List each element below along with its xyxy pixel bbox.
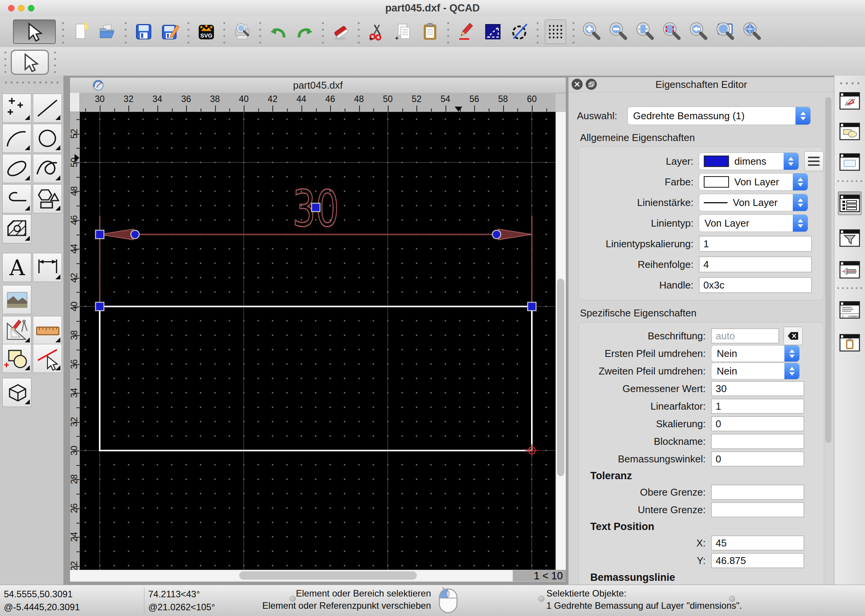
selection-tool-button[interactable] <box>13 19 56 44</box>
layer-menu-button[interactable] <box>804 151 824 171</box>
drafting-tools-button[interactable] <box>2 316 31 345</box>
reference-point-handle[interactable] <box>528 302 536 311</box>
stepper-icon[interactable] <box>784 153 799 170</box>
reihenfolge-field[interactable] <box>699 256 812 272</box>
zoom-window-button[interactable] <box>714 19 736 44</box>
property-editor-panel-button[interactable] <box>838 191 862 215</box>
blockname-field[interactable] <box>711 434 804 449</box>
bemassungswinkel-field[interactable] <box>711 451 804 467</box>
linearfaktor-field[interactable] <box>711 399 804 414</box>
undo-button[interactable] <box>267 19 289 44</box>
reference-point-handle[interactable] <box>96 230 104 239</box>
auto-zoom-button[interactable] <box>634 19 656 44</box>
circle-tools-button[interactable] <box>33 124 62 153</box>
solid-tools-button[interactable] <box>2 378 31 407</box>
selection-tool-button[interactable] <box>11 50 49 75</box>
layer-combobox[interactable]: dimens <box>699 152 799 170</box>
layer-list-panel-button[interactable] <box>838 89 862 113</box>
skalierung-field[interactable] <box>711 416 804 431</box>
arrow-grip-handle[interactable] <box>131 230 139 239</box>
toolbar-handle[interactable] <box>3 49 8 73</box>
copy-button[interactable]: + <box>393 19 414 44</box>
oberegrenze-field[interactable] <box>711 485 804 500</box>
draw-pencil-button[interactable] <box>455 19 477 44</box>
zoom-selection-button[interactable] <box>661 19 682 44</box>
beschriftung-field[interactable] <box>711 328 779 344</box>
panel-detach-icon[interactable] <box>586 79 597 90</box>
linientypskalierung-field[interactable] <box>699 236 812 252</box>
modify-square-button[interactable] <box>482 19 504 44</box>
polyline-tools-button[interactable] <box>2 184 31 213</box>
save-button[interactable] <box>133 19 154 44</box>
panel-scrollbar[interactable] <box>825 96 832 582</box>
new-file-button[interactable] <box>70 19 92 44</box>
stepper-icon[interactable] <box>793 194 808 211</box>
image-tool-button[interactable] <box>2 285 31 314</box>
modify-shape-tools-button[interactable] <box>2 344 31 373</box>
rotated-dimension-entity[interactable]: 30 <box>100 180 532 303</box>
gemessenerwert-field[interactable] <box>711 381 804 396</box>
horizontal-scrollbar-thumb[interactable] <box>239 571 417 580</box>
clipboard-panel-button[interactable] <box>838 331 862 355</box>
stepper-icon[interactable] <box>793 173 808 190</box>
block-list-panel-button[interactable] <box>838 120 862 143</box>
previous-view-button[interactable] <box>688 19 709 44</box>
part-outline-rect[interactable] <box>100 306 532 451</box>
hatch-tool-button[interactable] <box>2 214 31 243</box>
vertical-scrollbar-thumb[interactable] <box>557 279 564 476</box>
handle-field[interactable] <box>699 277 812 293</box>
strip-drag-handle[interactable] <box>838 82 861 85</box>
point-tools-button[interactable] <box>2 94 31 123</box>
shape-tools-button[interactable] <box>33 184 62 213</box>
save-as-button[interactable] <box>160 19 181 44</box>
print-preview-button[interactable] <box>232 19 253 44</box>
stepper-icon[interactable] <box>784 363 799 379</box>
vertical-scrollbar[interactable] <box>556 112 566 570</box>
spline-tools-button[interactable] <box>33 154 62 183</box>
palette-drag-handle[interactable] <box>3 81 60 84</box>
arc-tools-button[interactable] <box>2 124 31 153</box>
reference-point-handle[interactable] <box>312 203 320 212</box>
zoom-in-button[interactable] <box>581 19 602 44</box>
trim-tools-button[interactable] <box>33 344 62 373</box>
stepper-icon[interactable] <box>793 215 808 232</box>
line-tools-button[interactable] <box>33 94 62 123</box>
library-browser-panel-button[interactable] <box>838 150 862 174</box>
measure-tools-button[interactable] <box>33 316 62 345</box>
reference-point-handle[interactable] <box>96 302 104 311</box>
linienstärke-combobox[interactable]: Von Layer <box>699 194 808 211</box>
stepper-icon[interactable] <box>784 345 799 361</box>
panel-close-icon[interactable] <box>572 79 583 90</box>
ellipse-tools-button[interactable] <box>2 154 31 183</box>
ellipse-line-button[interactable] <box>509 19 530 44</box>
drawing-canvas[interactable]: 30 <box>80 112 556 570</box>
clear-field-icon[interactable] <box>784 327 803 345</box>
arrow-grip-handle[interactable] <box>492 230 501 239</box>
horizontal-scrollbar[interactable]: 1 < 10 <box>70 570 566 581</box>
unteregrenze-field[interactable] <box>711 502 804 517</box>
dimension-tools-button[interactable] <box>33 253 62 282</box>
zoom-out-button[interactable] <box>607 19 629 44</box>
linientyp-combobox[interactable]: Von Layer <box>699 214 808 232</box>
erstenpfeilumdrehen-combobox[interactable]: Nein <box>711 345 800 362</box>
drawing-window-titlebar[interactable]: part045.dxf <box>70 78 566 93</box>
redo-button[interactable] <box>294 19 316 44</box>
library-item-panel-button[interactable] <box>838 258 862 282</box>
delete-entity-button[interactable] <box>330 19 352 44</box>
toolbar-handle[interactable] <box>53 49 57 73</box>
selection-filter-panel-button[interactable] <box>838 226 862 250</box>
zweitenpfeilumdrehen-combobox[interactable]: Nein <box>711 363 800 379</box>
selection-combobox[interactable]: Gedrehte Bemassung (1) <box>627 107 811 125</box>
stepper-icon[interactable] <box>795 107 810 125</box>
svg-export-button[interactable]: SVG <box>196 19 217 44</box>
farbe-combobox[interactable]: Von Layer <box>699 173 808 191</box>
y-field[interactable] <box>711 553 804 568</box>
x-field[interactable] <box>711 535 804 551</box>
pan-button[interactable] <box>741 19 763 44</box>
text-tool-button[interactable]: A <box>2 253 31 282</box>
paste-button[interactable] <box>420 19 441 44</box>
command-line-panel-button[interactable]: c: command <box>838 298 862 322</box>
open-file-button[interactable] <box>97 19 118 44</box>
panel-scrollbar-thumb[interactable] <box>825 97 831 443</box>
grid-toggle-button[interactable] <box>545 19 566 44</box>
